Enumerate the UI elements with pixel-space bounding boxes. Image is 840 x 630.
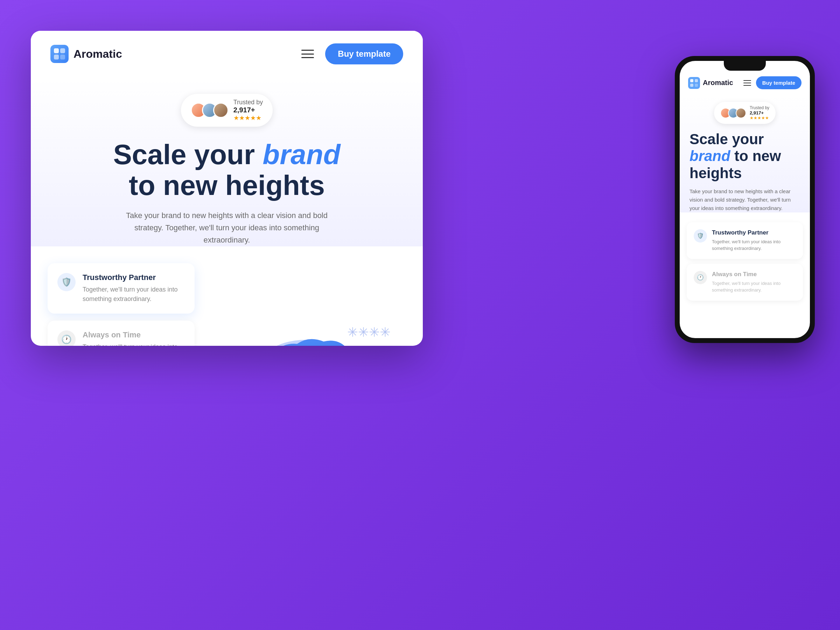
svg-rect-29 (690, 79, 693, 82)
desktop-stars: ★★★★★ (234, 114, 263, 122)
mobile-phone-mockup: Aromatic Buy template (675, 56, 815, 343)
desktop-feature-text-2: Always on Time Together, we'll turn your… (83, 330, 185, 346)
desktop-hero: Trusted by 2,917+ ★★★★★ Scale your brand… (31, 77, 423, 246)
phone-feature-trustworthy[interactable]: 🛡️ Trustworthy Partner Together, we'll t… (687, 222, 803, 259)
phone-feature-text-2: Always on Time Together, we'll turn your… (712, 271, 796, 294)
phone-hero-subheading: Take your brand to new heights with a cl… (688, 187, 802, 212)
phone-buy-button[interactable]: Buy template (756, 76, 802, 89)
svg-rect-31 (690, 84, 693, 87)
svg-rect-32 (695, 84, 698, 87)
desktop-nav-right: Buy template (302, 43, 403, 65)
phone-notch (724, 61, 766, 71)
desktop-logo: Aromatic (51, 45, 122, 63)
desktop-hero-subheading: Take your brand to new heights with a cl… (122, 209, 332, 246)
phone-inner: Aromatic Buy template (680, 61, 810, 338)
desktop-feature-desc-2: Together, we'll turn your ideas into som… (83, 342, 185, 346)
desktop-feature-title-1: Trustworthy Partner (83, 273, 185, 282)
svg-rect-28 (688, 77, 700, 89)
phone-feature-title-1: Trustworthy Partner (712, 229, 796, 236)
phone-stars: ★★★★★ (750, 115, 769, 120)
desktop-avatar-stack (191, 103, 229, 118)
phone-feature-desc-2: Together, we'll turn your ideas into som… (712, 280, 796, 294)
phone-trusted-badge: Trusted by 2,917+ ★★★★★ (714, 102, 775, 124)
desktop-trusted-by-label: Trusted by (234, 99, 263, 106)
desktop-illustration: ✳✳✳✳ ✔ ✔ ✔ ✔ (206, 263, 406, 346)
desktop-feature-icon-wrap-1: 🛡️ (57, 273, 76, 291)
desktop-avatar-3 (213, 103, 229, 118)
desktop-features-section: 🛡️ Trustworthy Partner Together, we'll t… (31, 263, 423, 346)
svg-rect-3 (54, 55, 59, 60)
svg-rect-4 (60, 55, 65, 60)
desktop-feature-ontime[interactable]: 🕐 Always on Time Together, we'll turn yo… (47, 321, 194, 346)
phone-hamburger-icon[interactable] (744, 80, 751, 86)
desktop-hero-heading: Scale your brand to new heights (51, 139, 403, 201)
desktop-security-illustration: ✳✳✳✳ ✔ ✔ ✔ ✔ (206, 270, 406, 346)
svg-rect-1 (54, 48, 59, 53)
phone-avatar-stack (720, 108, 746, 118)
phone-hero-heading: Scale your brand to new heights (688, 131, 802, 182)
phone-shield-icon-wrap: 🛡️ (694, 229, 707, 243)
desktop-feature-desc-1: Together, we'll turn your ideas into som… (83, 285, 185, 304)
phone-feature-ontime[interactable]: 🕐 Always on Time Together, we'll turn yo… (687, 264, 803, 301)
desktop-trusted-text: Trusted by 2,917+ ★★★★★ (234, 99, 263, 122)
phone-logo-name: Aromatic (703, 79, 733, 87)
svg-text:✳✳✳✳: ✳✳✳✳ (347, 325, 391, 339)
desktop-feature-icon-wrap-2: 🕐 (57, 330, 76, 346)
phone-outer: Aromatic Buy template (675, 56, 815, 343)
phone-trusted-text: Trusted by 2,917+ ★★★★★ (750, 105, 769, 120)
desktop-heading-brand: brand (262, 139, 340, 170)
phone-feature-title-2: Always on Time (712, 271, 796, 278)
desktop-feature-text-1: Trustworthy Partner Together, we'll turn… (83, 273, 185, 304)
svg-rect-0 (51, 45, 69, 63)
phone-hero: Trusted by 2,917+ ★★★★★ Scale your brand… (680, 96, 810, 212)
svg-rect-30 (695, 79, 698, 82)
phone-features: 🛡️ Trustworthy Partner Together, we'll t… (680, 222, 810, 301)
phone-trusted-by-label: Trusted by (750, 105, 769, 110)
phone-trusted-count: 2,917+ (750, 110, 769, 115)
phone-shield-icon: 🛡️ (697, 232, 704, 239)
desktop-feature-title-2: Always on Time (83, 330, 185, 339)
phone-clock-icon: 🕐 (697, 274, 704, 281)
desktop-heading-main: Scale your (113, 139, 262, 170)
phone-heading-main: Scale your (690, 131, 764, 147)
phone-logo: Aromatic (688, 77, 733, 89)
phone-feature-desc-1: Together, we'll turn your ideas into som… (712, 238, 796, 252)
desktop-trusted-count: 2,917+ (234, 106, 263, 114)
desktop-buy-button[interactable]: Buy template (325, 43, 403, 65)
desktop-heading-rest: to new heights (129, 170, 325, 201)
desktop-trusted-badge: Trusted by 2,917+ ★★★★★ (181, 94, 273, 127)
desktop-logo-icon (51, 45, 69, 63)
phone-clock-icon-wrap: 🕐 (694, 271, 707, 284)
phone-logo-icon (688, 77, 700, 89)
phone-feature-text-1: Trustworthy Partner Together, we'll turn… (712, 229, 796, 252)
svg-rect-2 (60, 48, 65, 53)
desktop-hamburger-icon[interactable] (302, 50, 314, 58)
desktop-clock-icon: 🕐 (61, 335, 72, 344)
phone-heading-brand: brand (690, 148, 731, 164)
desktop-feature-trustworthy[interactable]: 🛡️ Trustworthy Partner Together, we'll t… (47, 263, 194, 314)
desktop-features-list: 🛡️ Trustworthy Partner Together, we'll t… (47, 263, 194, 346)
desktop-logo-name: Aromatic (74, 47, 122, 60)
phone-avatar-3 (736, 108, 746, 118)
desktop-nav: Aromatic Buy template (31, 31, 423, 77)
desktop-shield-icon: 🛡️ (61, 277, 72, 287)
desktop-browser-card: Aromatic Buy template Trusted by 2,917+ … (31, 31, 423, 346)
phone-nav-right: Buy template (744, 76, 802, 89)
